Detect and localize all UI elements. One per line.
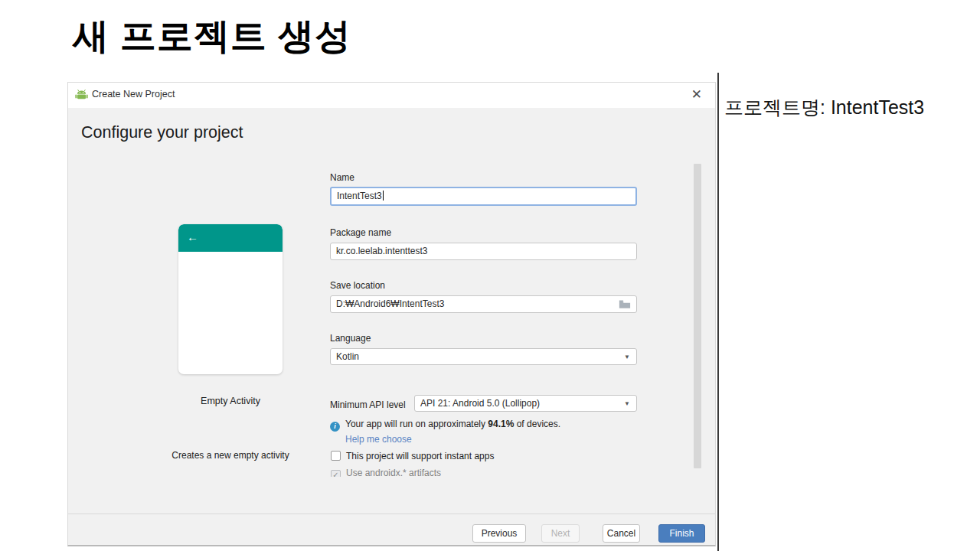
androidx-checkbox[interactable]: ✓ [331, 470, 341, 477]
device-coverage-info: iYour app will run on approximately 94.1… [330, 419, 560, 432]
androidx-row-clipped[interactable]: ✓Use androidx.* artifacts [331, 468, 441, 477]
next-button: Next [541, 524, 580, 543]
cancel-button[interactable]: Cancel [603, 524, 640, 543]
phone-appbar: ← [178, 224, 283, 252]
min-api-value: API 21: Android 5.0 (Lollipop) [420, 398, 540, 409]
name-label: Name [330, 172, 354, 183]
side-note: 프로젝트명: IntentTest3 [724, 95, 924, 120]
chevron-down-icon: ▼ [624, 349, 630, 365]
text-caret [383, 191, 384, 201]
dialog-heading: Configure your project [81, 123, 243, 142]
coverage-percent: 94.1% [488, 419, 514, 429]
language-label: Language [330, 333, 371, 344]
name-value: IntentTest3 [337, 191, 382, 201]
close-icon[interactable]: ✕ [691, 86, 702, 104]
min-api-dropdown[interactable]: API 21: Android 5.0 (Lollipop)▼ [414, 395, 637, 412]
package-name-label: Package name [330, 227, 391, 238]
android-icon [75, 89, 88, 100]
create-new-project-dialog: Create New Project ✕ Configure your proj… [67, 82, 716, 546]
language-value: Kotlin [336, 351, 359, 362]
instant-apps-checkbox[interactable] [331, 451, 341, 461]
back-arrow-icon: ← [187, 230, 198, 243]
save-location-input[interactable]: D:₩Android6₩IntentTest3 [330, 295, 637, 313]
save-location-value: D:₩Android6₩IntentTest3 [336, 298, 444, 309]
info-icon: i [330, 422, 340, 432]
dialog-titlebar: Create New Project ✕ [68, 83, 715, 108]
package-name-value: kr.co.leelab.intenttest3 [336, 246, 427, 256]
previous-button[interactable]: Previous [472, 524, 526, 543]
activity-template-preview: ← [178, 224, 283, 374]
help-me-choose-link[interactable]: Help me choose [345, 434, 412, 445]
finish-button[interactable]: Finish [658, 524, 705, 543]
slide: 새 프로젝트 생성 Create New Project ✕ Configure… [0, 0, 980, 551]
save-location-label: Save location [330, 280, 385, 291]
footer-divider [68, 514, 715, 514]
package-name-input[interactable]: kr.co.leelab.intenttest3 [330, 243, 637, 260]
instant-apps-label: This project will support instant apps [346, 451, 494, 461]
min-api-label: Minimum API level [330, 399, 406, 410]
vertical-scrollbar[interactable] [694, 164, 701, 468]
info-text: Your app will run on approximately [345, 419, 488, 429]
activity-template-name: Empty Activity [178, 396, 283, 406]
folder-browse-icon[interactable] [619, 299, 631, 309]
instant-apps-row[interactable]: This project will support instant apps [331, 451, 494, 461]
language-dropdown[interactable]: Kotlin▼ [330, 348, 637, 365]
chevron-down-icon: ▼ [624, 396, 630, 412]
androidx-label: Use androidx.* artifacts [346, 468, 441, 477]
info-text-after: of devices. [514, 419, 560, 429]
divider-line [717, 73, 719, 551]
name-input[interactable]: IntentTest3 [330, 187, 637, 206]
activity-template-description: Creates a new empty activity [145, 450, 316, 461]
window-title: Create New Project [92, 89, 175, 99]
page-title: 새 프로젝트 생성 [73, 12, 351, 60]
